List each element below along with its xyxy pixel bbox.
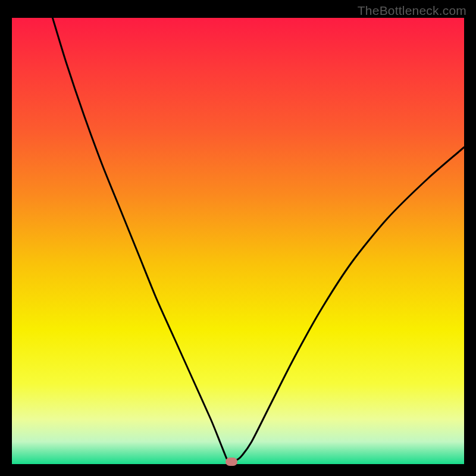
watermark-text: TheBottleneck.com — [358, 4, 466, 18]
optimum-marker — [226, 458, 237, 466]
gradient-background — [12, 18, 464, 464]
plot-area — [12, 18, 464, 464]
chart-frame: TheBottleneck.com — [0, 0, 476, 476]
plot-svg — [12, 18, 464, 464]
